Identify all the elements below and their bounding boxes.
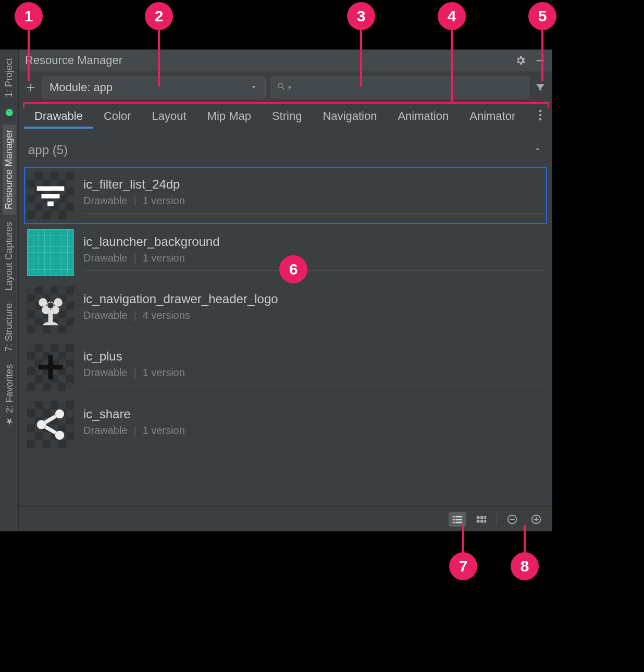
resource-row[interactable]: ic_plus Drawable | 1 version <box>24 339 547 396</box>
left-tool-rail: 1: Project Resource Manager Layout Captu… <box>0 49 19 531</box>
svg-point-20 <box>37 420 46 429</box>
svg-rect-22 <box>453 516 455 517</box>
resource-name: ic_launcher_background <box>83 234 544 249</box>
resource-row[interactable]: ic_filter_list_24dp Drawable | 1 version <box>24 167 547 224</box>
rail-item-project[interactable]: 1: Project <box>3 53 16 103</box>
callout-5: 5 <box>528 2 556 30</box>
grid-view-icon[interactable] <box>473 512 490 527</box>
callout-7: 7 <box>449 552 477 580</box>
titlebar: Resource Manager <box>19 49 552 71</box>
thumbnail <box>27 287 74 333</box>
resource-row[interactable]: ic_share Drawable | 1 version <box>24 396 547 453</box>
svg-point-19 <box>55 409 65 419</box>
rail-item-resource-manager[interactable]: Resource Manager <box>3 125 16 215</box>
rail-item-structure[interactable]: 7: Structure <box>3 298 16 357</box>
rail-label: Resource Manager <box>4 130 15 209</box>
resource-manager-panel: 1: Project Resource Manager Layout Captu… <box>0 49 552 531</box>
thumbnail <box>27 344 74 391</box>
callout-1: 1 <box>15 2 43 30</box>
svg-rect-26 <box>453 521 455 523</box>
tabs-overflow-icon[interactable] <box>534 106 547 126</box>
svg-point-2 <box>10 111 11 112</box>
resource-name: ic_plus <box>83 349 544 364</box>
android-icon <box>5 108 14 119</box>
resource-versions: 1 version <box>143 425 185 437</box>
callout-3: 3 <box>347 2 375 30</box>
resource-list: ic_filter_list_24dp Drawable | 1 version… <box>19 167 552 457</box>
svg-point-21 <box>55 431 65 440</box>
svg-point-4 <box>539 110 541 112</box>
resource-type: Drawable <box>83 367 127 379</box>
resource-name: ic_filter_list_24dp <box>83 177 544 192</box>
callout-2: 2 <box>145 2 173 30</box>
divider <box>497 513 497 526</box>
rail-label: Layout Captures <box>4 222 15 291</box>
resource-type: Drawable <box>83 195 127 207</box>
filter-icon[interactable] <box>535 82 546 93</box>
resource-type: Drawable <box>83 309 127 321</box>
chevron-up-icon <box>532 143 543 157</box>
resource-type: Drawable <box>83 252 127 264</box>
panel-title: Resource Manager <box>25 54 122 67</box>
rail-item-layout-captures[interactable]: Layout Captures <box>3 217 16 296</box>
star-icon: ★ <box>4 416 15 427</box>
resource-row[interactable]: ic_navigation_drawer_header_logo Drawabl… <box>24 281 547 339</box>
svg-point-15 <box>47 302 54 308</box>
resource-versions: 1 version <box>143 367 185 379</box>
svg-rect-33 <box>485 519 487 522</box>
svg-rect-24 <box>453 519 455 520</box>
thumbnail <box>27 229 74 276</box>
search-icon <box>277 82 286 94</box>
svg-rect-30 <box>485 516 487 519</box>
rail-label: 1: Project <box>4 58 15 97</box>
rail-item-favorites[interactable]: ★ 2: Favorites <box>3 359 16 432</box>
svg-rect-25 <box>455 519 462 520</box>
thumbnail <box>27 172 74 219</box>
footer-toolbar <box>19 506 552 531</box>
svg-point-1 <box>7 111 8 112</box>
svg-point-11 <box>39 298 47 306</box>
panel-body: Resource Manager Module: app <box>19 49 552 531</box>
svg-rect-23 <box>455 516 462 517</box>
thumbnail <box>27 401 74 448</box>
list-view-icon[interactable] <box>449 512 466 527</box>
module-select-label: Module: app <box>49 81 113 94</box>
svg-point-12 <box>54 298 62 306</box>
svg-rect-8 <box>42 194 60 198</box>
svg-point-0 <box>6 109 13 116</box>
toolbar: Module: app ▾ <box>19 71 552 104</box>
resource-name: ic_navigation_drawer_header_logo <box>83 292 544 306</box>
svg-rect-31 <box>477 519 480 522</box>
svg-point-6 <box>539 118 541 120</box>
callout-6: 6 <box>279 255 307 283</box>
svg-rect-28 <box>477 516 480 519</box>
callout-4: 4 <box>438 2 466 30</box>
search-input[interactable] <box>293 82 524 94</box>
zoom-out-icon[interactable] <box>503 512 521 527</box>
gear-icon[interactable] <box>515 55 526 66</box>
svg-point-5 <box>539 114 541 116</box>
svg-rect-32 <box>480 519 484 522</box>
resource-versions: 1 version <box>143 195 185 207</box>
minimize-icon[interactable] <box>535 55 546 66</box>
svg-rect-16 <box>48 310 53 322</box>
search-box[interactable]: ▾ <box>271 77 529 98</box>
chevron-down-icon <box>250 81 258 94</box>
group-label: app (5) <box>28 143 68 157</box>
svg-rect-29 <box>480 516 484 519</box>
svg-rect-7 <box>37 186 65 191</box>
zoom-in-icon[interactable] <box>527 512 545 527</box>
resource-versions: 4 versions <box>143 309 190 321</box>
resource-versions: 1 version <box>143 252 185 264</box>
resource-name: ic_share <box>83 407 544 421</box>
svg-rect-18 <box>39 365 63 370</box>
add-button[interactable] <box>25 82 36 93</box>
resource-type: Drawable <box>83 425 127 437</box>
svg-rect-27 <box>455 521 462 523</box>
group-header[interactable]: app (5) <box>19 129 552 167</box>
callout-8: 8 <box>511 552 539 580</box>
rail-label: 7: Structure <box>4 303 15 352</box>
module-select[interactable]: Module: app <box>42 77 266 98</box>
rail-label: 2: Favorites <box>4 364 15 413</box>
svg-rect-9 <box>47 202 54 206</box>
